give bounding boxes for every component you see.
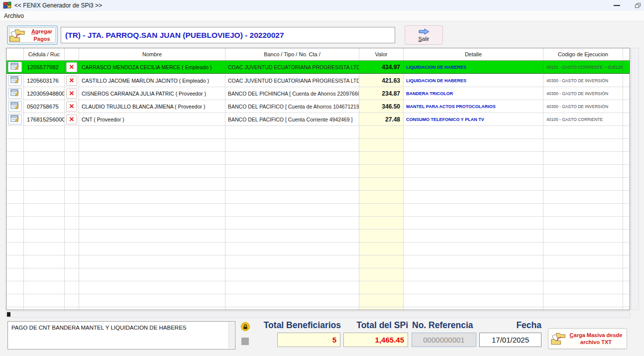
salir-button[interactable]: Salir: [405, 25, 443, 45]
cell-fill: [623, 294, 630, 307]
cell-fill: [623, 61, 630, 74]
grid-row[interactable]: 1203059488001✕CISNEROS CARRANZA JULIA PA…: [6, 87, 630, 100]
cell-fill: [623, 87, 630, 100]
cell-edit: [6, 178, 24, 191]
cell-nombre: [79, 255, 225, 268]
cell-detalle: [404, 294, 543, 307]
edit-row-button[interactable]: [8, 101, 22, 112]
cell-banco: [225, 307, 359, 310]
grid-row[interactable]: 1768152560001✕CNT ( Proveedor )BANCO DEL…: [6, 113, 630, 126]
cell-codigo: [543, 255, 623, 268]
cell-valor: [359, 255, 404, 268]
edit-row-button[interactable]: [8, 75, 22, 86]
cell-nombre: [79, 307, 225, 310]
cell-valor: [359, 242, 404, 255]
cell-banco: BANCO DEL PACIFICO [ Cuenta Corriente 49…: [225, 113, 359, 126]
cell-edit: [6, 74, 24, 87]
cell-fill: [623, 100, 630, 113]
cell-banco: [225, 139, 359, 152]
minimize-icon: [614, 5, 620, 6]
delete-row-button[interactable]: ✕: [66, 62, 77, 72]
description-textarea[interactable]: PAGO DE CNT BANDERA MANTEL Y LIQUIDACION…: [8, 322, 227, 349]
cell-del: ✕: [65, 87, 79, 100]
cell-valor: [359, 152, 404, 165]
edit-row-button[interactable]: [8, 88, 22, 99]
cell-detalle: [404, 139, 543, 152]
cell-nombre: [79, 268, 225, 281]
cell-valor: 234.87: [359, 87, 404, 100]
locked-checkbox[interactable]: [241, 338, 249, 345]
cell-nombre: [79, 242, 225, 255]
cell-del: ✕: [65, 113, 79, 126]
menu-item-archivo[interactable]: Archivo: [0, 11, 28, 21]
cell-nombre: [79, 152, 225, 165]
minimize-button[interactable]: [608, 0, 625, 11]
grid-empty-row: [6, 255, 630, 268]
cell-codigo: 40300 - GASTO DE INVERSIÓN: [543, 87, 623, 100]
description-scrollbar[interactable]: [228, 322, 234, 349]
cell-fill: [623, 191, 630, 204]
salir-label: Salir: [418, 36, 429, 42]
cell-detalle: [404, 268, 543, 281]
delete-row-button[interactable]: ✕: [66, 115, 77, 124]
fecha-field[interactable]: [479, 333, 541, 347]
grid-empty-row: [6, 242, 630, 255]
restore-button[interactable]: [629, 0, 644, 11]
cell-codigo: [543, 152, 623, 165]
cell-edit: [6, 126, 24, 139]
total-spi-label: Total del SPi: [326, 320, 408, 331]
cell-detalle: [404, 255, 543, 268]
cell-del: [65, 126, 79, 139]
cell-codigo: [543, 139, 623, 152]
cell-nombre: [79, 178, 225, 191]
carga-masiva-button[interactable]: Carga Masiva desde archivo TXT: [548, 328, 627, 349]
delete-row-button[interactable]: ✕: [66, 76, 77, 86]
add-payments-folder-icon: [9, 28, 26, 43]
grid-vertical-scrollbar[interactable]: [631, 48, 639, 310]
grid-row[interactable]: 0502758675✕CLAUDIO TRUJILLO BLANCA JIMEN…: [6, 100, 630, 113]
cell-codigo: 40101 - GASTO CORRIENTE – SUELDOS: [543, 61, 623, 74]
cell-detalle: [404, 165, 543, 178]
cell-nombre: CISNEROS CARRANZA JULIA PATRIC ( Proveed…: [79, 87, 225, 100]
cell-fill: [623, 307, 630, 310]
cell-cedula: [24, 217, 65, 230]
grid-row[interactable]: 1205603176✕CASTILLO JACOME MARLON JACINT…: [6, 74, 630, 87]
cell-detalle: [404, 126, 543, 139]
fecha-box: [479, 333, 541, 347]
cell-edit: [6, 255, 24, 268]
horizontal-scroll-thumb[interactable]: [7, 312, 10, 317]
window-title: << FENIX Generador de SPi3 >>: [14, 0, 102, 11]
delete-row-button[interactable]: ✕: [66, 89, 77, 99]
header-nombre: Nombre: [79, 48, 225, 61]
entity-title-field[interactable]: [61, 27, 395, 43]
grid-empty-row: [6, 230, 630, 242]
cell-edit: [6, 294, 24, 307]
grid-empty-row: [6, 152, 630, 165]
grid-body: 1205577982✕CARRASCO MENDOZA CECILIA MERC…: [6, 60, 630, 310]
cell-del: [65, 294, 79, 307]
grid-horizontal-scrollbar[interactable]: [6, 311, 630, 318]
cell-nombre: CARRASCO MENDOZA CECILIA MERCE ( Emplead…: [79, 61, 225, 74]
grid-row[interactable]: 1205577982✕CARRASCO MENDOZA CECILIA MERC…: [6, 60, 630, 74]
agregar-pagos-button[interactable]: Agregar Pagos: [7, 25, 58, 45]
edit-row-button[interactable]: [8, 114, 22, 124]
cell-cedula: [24, 307, 65, 310]
delete-row-button[interactable]: ✕: [66, 102, 77, 112]
grid-empty-row: [6, 294, 630, 307]
edit-row-button[interactable]: [8, 62, 22, 72]
cell-edit: [6, 191, 24, 204]
grid-empty-row: [6, 165, 630, 178]
cell-detalle: [404, 178, 543, 191]
cell-detalle: [404, 152, 543, 165]
grid-empty-row: [6, 281, 630, 294]
cell-detalle: [404, 242, 543, 255]
cell-cedula: [24, 126, 65, 139]
cell-valor: 421.63: [359, 74, 404, 87]
cell-nombre: [79, 204, 225, 217]
header-banco: Banco / Tipo / No. Cta /: [225, 48, 359, 61]
cell-edit: [6, 281, 24, 294]
cell-del: [65, 307, 79, 310]
cell-detalle: [404, 281, 543, 294]
cell-edit: [6, 113, 24, 126]
cell-edit: [6, 204, 24, 217]
